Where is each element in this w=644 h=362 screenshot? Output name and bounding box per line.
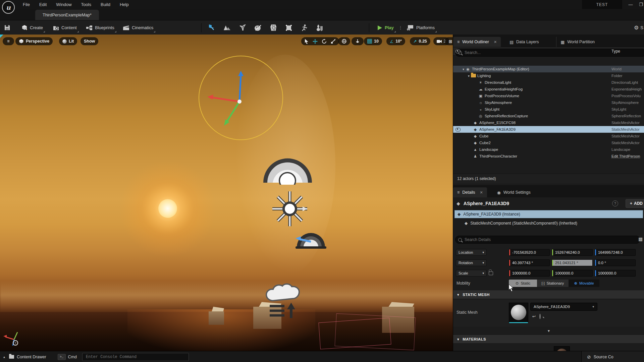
location-dropdown[interactable]: Location▾: [456, 249, 487, 256]
animation-mode-button[interactable]: [299, 20, 310, 35]
brush-edit-mode-button[interactable]: [283, 20, 294, 35]
table-row[interactable]: ☼ SkyAtmosphereSkyAtmosphere: [453, 99, 644, 106]
quad-view-button[interactable]: ⊞: [444, 37, 453, 45]
height-fog-sprite[interactable]: [294, 224, 328, 250]
tab-world-partition[interactable]: ▦ World Partition: [556, 37, 599, 47]
source-control-button[interactable]: ⊘ Source Co: [581, 351, 644, 362]
cmd-label[interactable]: Cmd: [68, 355, 77, 359]
close-icon[interactable]: ✕: [494, 40, 497, 44]
rotation-z-field[interactable]: 0.0 °: [595, 259, 636, 266]
scale-snap-button[interactable]: ↗ 0.25: [410, 37, 430, 45]
column-type[interactable]: Type: [611, 49, 643, 54]
menu-build[interactable]: Build: [97, 0, 114, 9]
world-transform-button[interactable]: [338, 37, 350, 45]
unreal-logo-icon[interactable]: u: [2, 1, 15, 14]
show-button[interactable]: Show: [80, 37, 98, 45]
select-tool-icon[interactable]: [305, 39, 309, 44]
tab-world-outliner[interactable]: ≡ World Outliner✕: [453, 37, 501, 47]
materials-section-header[interactable]: ▾ MATERIALS: [453, 335, 644, 344]
visibility-column-icon[interactable]: [455, 50, 461, 53]
skylight-sprite[interactable]: [260, 152, 315, 185]
play-button[interactable]: Play: [375, 20, 396, 35]
foliage-mode-button[interactable]: [237, 20, 248, 35]
lit-mode-button[interactable]: Lit: [59, 37, 77, 45]
mobility-movable-button[interactable]: ⊕Movable: [569, 280, 599, 287]
scale-y-field[interactable]: 1000000.0: [552, 270, 593, 277]
tab-world-settings[interactable]: ◉ World Settings: [493, 187, 535, 197]
menu-help[interactable]: Help: [116, 0, 133, 9]
level-tab[interactable]: ThirdPersonExampleMap*: [35, 10, 99, 20]
modeling-mode-button[interactable]: [314, 20, 325, 35]
visibility-eye-icon[interactable]: [455, 128, 461, 131]
play-options-button[interactable]: ⋮: [398, 20, 403, 35]
console-command-input[interactable]: [85, 354, 186, 360]
tab-details[interactable]: ≡ Details✕: [453, 187, 487, 197]
rotation-x-field[interactable]: 40.397743 °: [509, 259, 550, 266]
location-y-field[interactable]: 1526746240.0: [552, 249, 593, 256]
save-button[interactable]: [1, 20, 13, 35]
details-view-options-icon[interactable]: ▦: [638, 236, 643, 242]
content-drawer-button[interactable]: Content Drawer: [17, 355, 46, 359]
move-tool-icon[interactable]: [313, 39, 318, 44]
scene-cube-small[interactable]: [209, 307, 224, 325]
help-icon[interactable]: ?: [612, 200, 618, 206]
console-command-box[interactable]: [82, 353, 189, 361]
table-row[interactable]: ◆ ASphere_E15CFC98StaticMeshActor: [453, 119, 644, 126]
scale-tool-icon[interactable]: [331, 39, 336, 44]
scale-dropdown[interactable]: Scale▾: [456, 270, 487, 277]
surface-snapping-button[interactable]: [352, 37, 364, 45]
table-row[interactable]: ▾ LightingFolder: [453, 72, 644, 79]
mobility-stationary-button[interactable]: [·]Stationary: [537, 280, 569, 287]
tab-data-layers[interactable]: ▤ Data Layers: [505, 37, 543, 47]
select-mode-button[interactable]: [206, 20, 217, 35]
menu-tools[interactable]: Tools: [77, 0, 95, 9]
browse-to-asset-icon[interactable]: [540, 314, 540, 319]
paint-mode-button[interactable]: [252, 20, 264, 35]
advanced-expander[interactable]: ▾: [453, 327, 644, 334]
platforms-button[interactable]: Platforms: [405, 20, 437, 35]
expand-drawer-chevron-icon[interactable]: ▴: [3, 355, 5, 359]
table-row[interactable]: ▣ PostProcessVolumePostProcessVolu: [453, 93, 644, 99]
edit-blueprint-link[interactable]: Edit ThirdPerson: [611, 154, 643, 158]
add-component-button[interactable]: +ADD: [626, 199, 644, 208]
rotation-y-field[interactable]: 251.043121 °: [552, 259, 593, 266]
viewport-options-button[interactable]: ≡: [3, 37, 14, 45]
static-mesh-thumbnail[interactable]: [509, 303, 528, 322]
create-button[interactable]: + Create: [19, 20, 45, 35]
angle-snap-button[interactable]: ∠ 10°: [386, 37, 405, 45]
use-selected-asset-icon[interactable]: ↩: [531, 313, 537, 319]
scale-z-field[interactable]: 1000000.0: [595, 270, 636, 277]
static-mesh-dropdown[interactable]: ASphere_FA1EA3D9 ▾: [530, 303, 597, 311]
close-icon[interactable]: ✕: [480, 190, 483, 195]
table-row[interactable]: ▲ LandscapeLandscape: [453, 146, 644, 153]
table-row[interactable]: ◎ SphereReflectionCaptureSphereReflectio…: [453, 113, 644, 119]
details-search[interactable]: [455, 236, 640, 244]
static-mesh-section-header[interactable]: ▾ STATIC MESH: [453, 290, 644, 299]
details-search-input[interactable]: [464, 237, 637, 242]
table-row[interactable]: ◆ CubeStaticMeshActor: [453, 133, 644, 139]
grid-snap-button[interactable]: 10: [364, 37, 382, 45]
component-row[interactable]: ◆ StaticMeshComponent (StaticMeshCompone…: [453, 219, 644, 227]
level-viewport[interactable]: ? ≡ Perspective Lit Show 10: [0, 35, 453, 351]
table-row[interactable]: ▾◉ ThirdPersonExampleMap (Editor)World: [453, 66, 644, 72]
instance-row[interactable]: ◆ ASphere_FA1EA3D9 (Instance): [454, 210, 643, 218]
scale-x-field[interactable]: 1000000.0: [509, 270, 550, 277]
sky-atmosphere-sprite[interactable]: [268, 189, 311, 229]
table-row[interactable]: ☁ ExponentialHeightFogExponentialHeigh: [453, 86, 644, 93]
location-x-field[interactable]: -701563520.0: [509, 249, 550, 256]
cinematics-button[interactable]: Cinematics: [121, 20, 155, 35]
location-z-field[interactable]: 1649957248.0: [595, 249, 636, 256]
table-row[interactable]: ◒ SkyLightSkyLight: [453, 106, 644, 113]
exp-height-fog-sprite[interactable]: [264, 283, 302, 321]
transform-gizmo[interactable]: [200, 68, 274, 128]
menu-window[interactable]: Window: [52, 0, 75, 9]
scale-lock-icon[interactable]: [489, 272, 493, 275]
table-row[interactable]: ☀ DirectionalLightDirectionalLight: [453, 79, 644, 86]
menu-file[interactable]: File: [19, 0, 34, 9]
menu-edit[interactable]: Edit: [35, 0, 51, 9]
fracture-mode-button[interactable]: [268, 20, 279, 35]
rotate-tool-icon[interactable]: [322, 39, 327, 44]
content-button[interactable]: Content: [51, 20, 79, 35]
landscape-mode-button[interactable]: [221, 20, 233, 35]
perspective-button[interactable]: Perspective: [15, 37, 53, 45]
